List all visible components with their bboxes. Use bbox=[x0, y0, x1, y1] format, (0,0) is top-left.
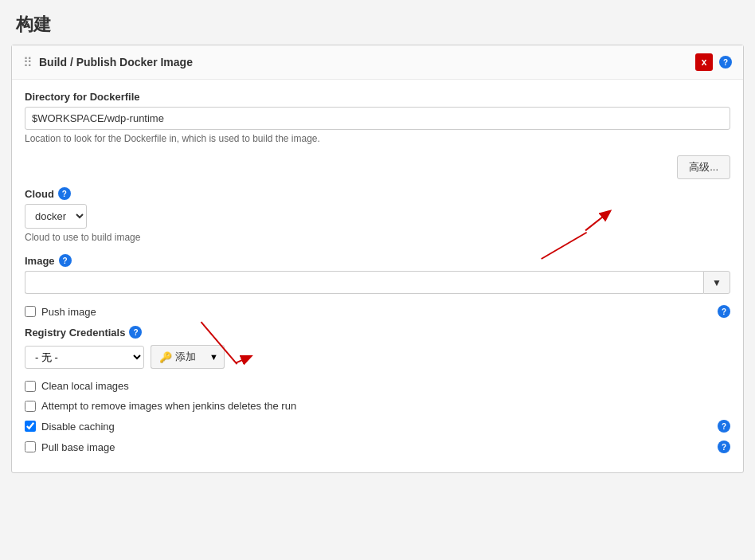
remove-images-label: Attempt to remove images when jenkins de… bbox=[41, 400, 296, 412]
disable-caching-help-icon[interactable]: ? bbox=[718, 420, 730, 433]
build-publish-card: ⠿ Build / Publish Docker Image x ? Direc… bbox=[11, 45, 744, 473]
add-credentials-dropdown-button[interactable]: ▼ bbox=[204, 345, 225, 369]
directory-label: Directory for Dockerfile bbox=[25, 91, 730, 103]
image-input[interactable] bbox=[25, 271, 703, 294]
push-image-help-icon[interactable]: ? bbox=[718, 305, 730, 318]
push-image-label: Push image bbox=[41, 306, 96, 318]
pull-base-image-help-icon[interactable]: ? bbox=[718, 441, 730, 453]
add-key-icon: 🔑 bbox=[159, 351, 172, 363]
card-body: Directory for Dockerfile Location to loo… bbox=[12, 80, 743, 472]
image-field-group: Image ? ▼ bbox=[25, 254, 730, 294]
add-credentials-button[interactable]: 🔑 添加 bbox=[151, 345, 204, 369]
cloud-label: Cloud ? bbox=[25, 187, 730, 200]
card-title: Build / Publish Docker Image bbox=[39, 56, 695, 69]
disable-caching-label: Disable caching bbox=[41, 421, 115, 433]
disable-caching-row: Disable caching ? bbox=[25, 420, 730, 433]
clean-local-images-row: Clean local images bbox=[25, 380, 730, 392]
add-button-group: 🔑 添加 ▼ bbox=[151, 345, 225, 369]
credentials-row: - 无 - 🔑 添加 ▼ bbox=[25, 345, 730, 369]
directory-field-group: Directory for Dockerfile Location to loo… bbox=[25, 91, 730, 144]
registry-credentials-label: Registry Credentials ? bbox=[25, 326, 730, 339]
close-button[interactable]: x bbox=[695, 53, 713, 71]
registry-credentials-group: Registry Credentials ? - 无 - 🔑 添加 ▼ bbox=[25, 326, 730, 369]
push-image-row: Push image ? bbox=[25, 305, 730, 318]
cloud-help-icon[interactable]: ? bbox=[58, 187, 71, 200]
directory-hint: Location to look for the Dockerfile in, … bbox=[25, 133, 730, 144]
card-help-icon[interactable]: ? bbox=[719, 56, 732, 69]
cloud-hint: Cloud to use to build image bbox=[25, 232, 730, 243]
cloud-select[interactable]: docker bbox=[25, 204, 87, 229]
image-label: Image ? bbox=[25, 254, 730, 267]
advanced-button[interactable]: 高级... bbox=[677, 155, 730, 179]
registry-credentials-help-icon[interactable]: ? bbox=[129, 326, 142, 339]
remove-images-row: Attempt to remove images when jenkins de… bbox=[25, 400, 730, 412]
image-dropdown-button[interactable]: ▼ bbox=[703, 271, 730, 294]
pull-base-image-row: Pull base image ? bbox=[25, 441, 730, 453]
cloud-field-group: Cloud ? docker Cloud to use to build ima… bbox=[25, 187, 730, 243]
directory-input[interactable] bbox=[25, 107, 730, 130]
disable-caching-checkbox[interactable] bbox=[25, 421, 36, 432]
image-input-group: ▼ bbox=[25, 271, 730, 294]
clean-local-images-label: Clean local images bbox=[41, 380, 129, 392]
remove-images-checkbox[interactable] bbox=[25, 401, 36, 412]
push-image-checkbox[interactable] bbox=[25, 306, 36, 317]
clean-local-images-checkbox[interactable] bbox=[25, 381, 36, 392]
card-header: ⠿ Build / Publish Docker Image x ? bbox=[12, 45, 743, 80]
pull-base-image-label: Pull base image bbox=[41, 441, 115, 453]
credentials-select[interactable]: - 无 - bbox=[25, 346, 144, 369]
drag-handle-icon[interactable]: ⠿ bbox=[23, 55, 33, 70]
pull-base-image-checkbox[interactable] bbox=[25, 441, 36, 452]
image-help-icon[interactable]: ? bbox=[59, 254, 72, 267]
page-title: 构建 bbox=[0, 0, 755, 45]
